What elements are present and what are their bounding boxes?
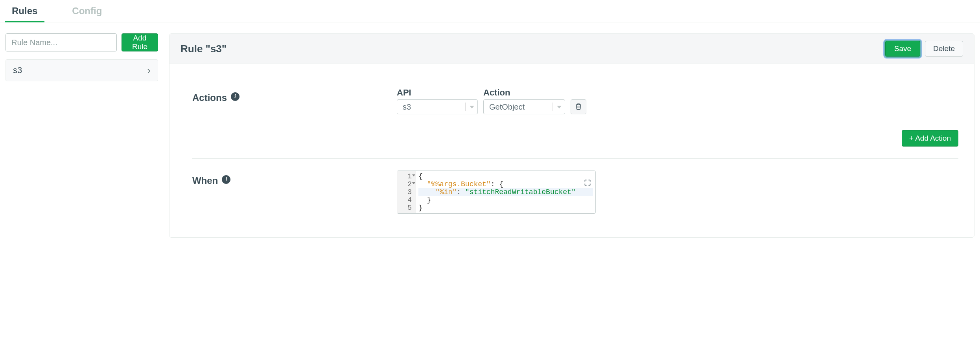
panel-title: Rule "s3" xyxy=(181,43,227,55)
actions-label: Actions xyxy=(192,92,227,103)
add-action-button[interactable]: + Add Action xyxy=(902,130,958,147)
chevron-right-icon: › xyxy=(147,64,151,77)
editor-code[interactable]: { "%%args.Bucket": { "%in": "stitchReadW… xyxy=(416,171,595,213)
rule-name-input[interactable] xyxy=(6,33,117,51)
api-select[interactable]: s3 xyxy=(397,99,478,114)
when-section: When i 1 2 3 4 5 { "%%args.Bucket": { "%… xyxy=(192,159,958,226)
chevron-down-icon xyxy=(557,106,562,108)
info-icon[interactable]: i xyxy=(231,92,239,101)
info-icon[interactable]: i xyxy=(222,175,230,184)
api-select-value: s3 xyxy=(403,103,461,112)
expand-icon[interactable] xyxy=(584,179,591,187)
rule-list-item[interactable]: s3 › xyxy=(6,59,158,81)
when-editor[interactable]: 1 2 3 4 5 { "%%args.Bucket": { "%in": "s… xyxy=(397,170,596,214)
add-rule-button[interactable]: Add Rule xyxy=(122,33,158,51)
rule-item-name: s3 xyxy=(13,65,22,75)
sidebar: Add Rule s3 › xyxy=(6,33,158,81)
api-label: API xyxy=(397,88,478,98)
trash-icon xyxy=(575,103,582,111)
tabs: Rules Config xyxy=(0,0,980,22)
rule-panel: Rule "s3" Save Delete Actions i API xyxy=(169,33,974,238)
action-select[interactable]: GetObject xyxy=(483,99,565,114)
tab-rules[interactable]: Rules xyxy=(5,0,44,22)
action-select-value: GetObject xyxy=(489,103,549,112)
panel-header: Rule "s3" Save Delete xyxy=(169,34,974,64)
action-label: Action xyxy=(483,88,565,98)
actions-section: Actions i API s3 xyxy=(192,76,958,159)
editor-gutter: 1 2 3 4 5 xyxy=(397,171,416,213)
save-button[interactable]: Save xyxy=(885,41,920,57)
delete-button[interactable]: Delete xyxy=(925,41,963,57)
delete-action-button[interactable] xyxy=(571,99,586,114)
when-label: When xyxy=(192,175,218,186)
chevron-down-icon xyxy=(470,106,474,108)
tab-config[interactable]: Config xyxy=(65,0,109,22)
